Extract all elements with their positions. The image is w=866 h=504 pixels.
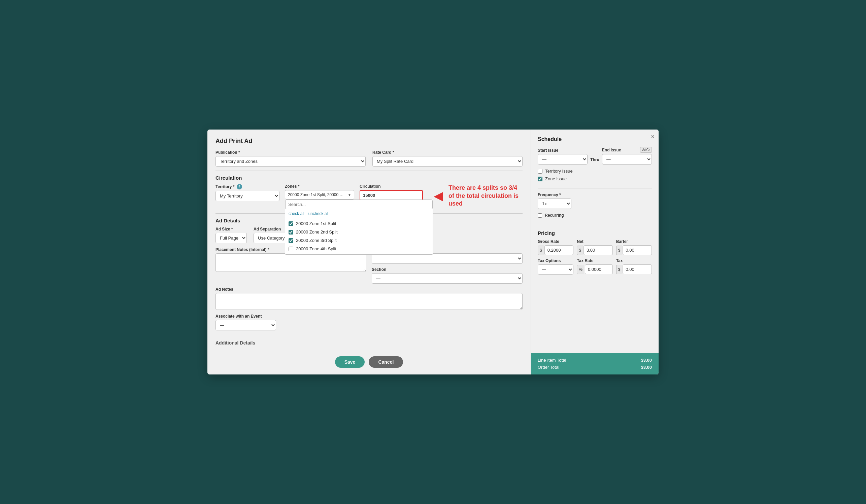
zone-checkbox-2[interactable]	[289, 230, 293, 234]
territory-label: Territory * ?	[215, 184, 279, 190]
recurring-label: Recurring	[545, 213, 564, 218]
uncheck-all-link[interactable]: uncheck all	[308, 211, 329, 216]
gross-rate-input[interactable]	[544, 245, 574, 255]
barter-input-wrap: $	[616, 245, 652, 255]
zone-checkbox-3[interactable]	[289, 238, 293, 243]
ad-notes-group: Ad Notes	[215, 287, 523, 310]
zone-item-1[interactable]: 20000 Zone 1st Split	[285, 219, 433, 228]
territory-help-icon[interactable]: ?	[237, 184, 242, 190]
modal-main-content: × Add Print Ad Publication * Territory a…	[208, 129, 531, 374]
barter-symbol: $	[616, 245, 622, 255]
pricing-title: Pricing	[538, 230, 652, 236]
ad-size-label: Ad Size *	[215, 227, 247, 231]
modal-overlay: × Add Print Ad Publication * Territory a…	[0, 0, 866, 504]
zones-links: check all uncheck all	[285, 209, 433, 218]
add-print-ad-modal: × Add Print Ad Publication * Territory a…	[208, 129, 658, 374]
zones-select-display[interactable]: 20000 Zone 1st Split, 20000 Zone 2nd Spl…	[285, 190, 354, 199]
schedule-title: Schedule	[538, 136, 652, 142]
zone-checkbox-4[interactable]	[289, 247, 293, 251]
tax-label: Tax	[616, 259, 652, 263]
tax-options-select[interactable]: —	[538, 264, 574, 275]
zones-dropdown-wrapper: 20000 Zone 1st Split, 20000 Zone 2nd Spl…	[285, 190, 354, 199]
publication-select[interactable]: Territory and Zones	[215, 156, 366, 167]
zones-label: Zones *	[285, 184, 354, 189]
frequency-label: Frequency *	[538, 193, 652, 197]
territory-issue-row: Territory Issue	[538, 169, 652, 174]
circulation-input[interactable]	[359, 190, 423, 201]
zones-list: 20000 Zone 1st Split 20000 Zone 2nd Spli…	[285, 218, 433, 254]
territory-issue-label: Territory Issue	[545, 169, 573, 174]
additional-details-label: Additional Details	[215, 340, 523, 351]
sidebar-divider-2	[538, 226, 652, 226]
line-item-value: $3.00	[641, 358, 652, 363]
tax-symbol: $	[616, 265, 622, 274]
zone-label-2: 20000 Zone 2nd Split	[296, 229, 338, 234]
ad-size-select[interactable]: Full Page	[215, 233, 247, 243]
start-issue-label: Start Issue	[538, 148, 588, 153]
tax-options-group: Tax Options —	[538, 259, 574, 275]
tax-input-wrap: $	[616, 264, 652, 274]
ad-notes-input[interactable]	[215, 293, 523, 310]
zones-group: Zones * 20000 Zone 1st Split, 20000 Zone…	[285, 184, 354, 199]
rate-card-group: Rate Card * My Split Rate Card	[373, 150, 523, 167]
barter-group: Barter $	[616, 239, 652, 255]
ad-size-group: Ad Size * Full Page	[215, 227, 247, 243]
sidebar-divider-1	[538, 188, 652, 188]
net-group: Net $	[577, 239, 612, 255]
net-label: Net	[577, 239, 612, 244]
annotation-text: There are 4 splits so 3/4 of the total c…	[448, 184, 523, 208]
zone-label-3: 20000 Zone 3rd Split	[296, 238, 337, 243]
rate-card-select[interactable]: My Split Rate Card	[373, 156, 523, 167]
zone-checkbox-1[interactable]	[289, 221, 293, 226]
circ-main-row: Territory * ? My Territory Zones * 20000…	[215, 184, 523, 208]
zone-item-4[interactable]: 20000 Zone 4th Split	[285, 244, 433, 253]
tax-rate-group: Tax Rate %	[577, 259, 612, 275]
gross-rate-input-wrap: $	[538, 245, 574, 255]
recurring-row: Recurring	[538, 213, 652, 218]
close-button[interactable]: ×	[651, 134, 655, 140]
gross-rate-symbol: $	[538, 245, 544, 255]
placement-notes-input[interactable]	[215, 253, 366, 272]
tax-rate-input[interactable]	[585, 264, 613, 274]
add-cr-button[interactable]: AdCr	[640, 147, 652, 153]
ad-notes-label: Ad Notes	[215, 287, 523, 292]
save-button[interactable]: Save	[335, 356, 365, 368]
gross-rate-label: Gross Rate	[538, 239, 574, 244]
zone-item-3[interactable]: 20000 Zone 3rd Split	[285, 236, 433, 244]
tax-input[interactable]	[623, 264, 652, 274]
end-issue-label: End Issue AdCr	[602, 147, 652, 153]
section-select[interactable]: —	[372, 273, 523, 284]
net-input-wrap: $	[577, 245, 612, 255]
order-total-label: Order Total	[538, 365, 559, 370]
territory-select[interactable]: My Territory	[215, 191, 279, 201]
tax-group: Tax $	[616, 259, 652, 275]
section-group: Section —	[372, 267, 523, 284]
zone-issue-checkbox[interactable]	[538, 176, 542, 181]
modal-footer: Save Cancel	[215, 351, 523, 375]
tax-options-label: Tax Options	[538, 259, 574, 263]
barter-input[interactable]	[623, 245, 652, 255]
divider-3	[215, 336, 523, 336]
cancel-button[interactable]: Cancel	[369, 356, 403, 368]
zones-search-input[interactable]	[285, 199, 433, 209]
line-item-label: Line Item Total	[538, 358, 566, 363]
associate-event-select[interactable]: —	[215, 320, 276, 330]
rate-card-label: Rate Card *	[373, 150, 523, 155]
start-issue-select[interactable]: —	[538, 154, 588, 164]
net-input[interactable]	[584, 245, 613, 255]
line-item-total-row: Line Item Total $3.00	[538, 358, 652, 363]
circulation-value-group: Circulation	[359, 184, 423, 201]
circulation-value-label: Circulation	[359, 184, 423, 189]
position-select[interactable]	[372, 253, 523, 264]
modal-title: Add Print Ad	[215, 138, 523, 145]
recurring-checkbox[interactable]	[538, 213, 542, 218]
end-issue-select[interactable]: —	[602, 154, 652, 164]
tax-rate-label: Tax Rate	[577, 259, 612, 263]
frequency-select[interactable]: 1x	[538, 198, 571, 209]
associate-event-label: Associate with an Event	[215, 314, 523, 319]
territory-issue-checkbox[interactable]	[538, 169, 542, 174]
check-all-link[interactable]: check all	[289, 211, 304, 216]
zone-item-2[interactable]: 20000 Zone 2nd Split	[285, 228, 433, 236]
pricing-main-row: Gross Rate $ Net $ Barter $	[538, 239, 652, 255]
end-issue-group: End Issue AdCr —	[602, 147, 652, 164]
